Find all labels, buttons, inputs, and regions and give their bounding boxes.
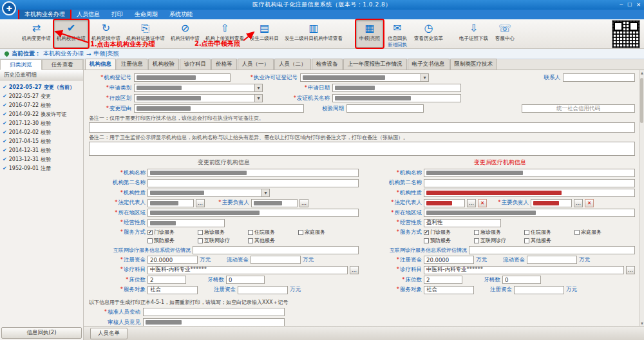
main-tab[interactable]: 价格等 [211,59,237,70]
chairs-input[interactable]: 0 [502,276,541,284]
name-input[interactable] [147,169,359,177]
kind-input[interactable] [424,189,635,197]
main-tab[interactable]: 诊疗科目 [180,59,211,70]
main-tab[interactable]: 机构校验 [148,59,179,70]
checkbox-icon[interactable] [248,230,253,235]
minimize-button[interactable]: ─ [620,0,623,10]
maximize-button[interactable]: ☐ [627,0,632,10]
internet-eval-input[interactable] [193,246,359,254]
reason-input[interactable] [134,104,304,113]
reg-no-input[interactable] [134,73,231,82]
checkbox-icon[interactable] [147,230,153,235]
service-mode-checkbox[interactable]: 家庭服务 [574,229,621,236]
service-mode-checkbox[interactable]: 预防服务 [147,237,194,244]
history-item[interactable]: ✔ 2014-09-22 换发许可证 [0,109,83,118]
main-tab[interactable]: 机构信息 [85,59,116,70]
vertical-scrollbar[interactable]: ▲ ▼ [639,70,644,326]
toolbar-button[interactable]: ✔ 机构校验申请 [54,20,88,48]
capital-input[interactable]: 20.0000 [424,256,474,264]
credit-code-input[interactable]: 统一社会信用代码 [522,104,635,113]
internet-eval-input[interactable] [469,246,635,254]
target-input[interactable]: 社会 [147,286,198,294]
service-mode-checkbox[interactable]: 其他服务 [524,237,571,244]
people-list-button[interactable]: 人员名单 [90,328,128,339]
subjects-picker-button[interactable]: … [626,266,635,274]
target-input[interactable]: 社会 [424,286,474,294]
main-tab[interactable]: 注册信息 [117,59,147,70]
chief-input[interactable] [531,199,572,207]
service-mode-checkbox[interactable]: 门诊服务 [424,229,470,236]
reg2-input[interactable] [238,286,288,294]
toolbar-button[interactable]: ⇩ 电子证照下载 [457,20,491,48]
chief-picker-button[interactable]: … [299,199,308,207]
legal-input[interactable] [147,199,194,207]
close-button[interactable]: ✕ [636,0,641,10]
service-mode-checkbox[interactable]: 互联网诊疗 [198,237,244,244]
history-item[interactable]: ✔ 2022-05-27 变更（当前） [0,82,83,91]
apply-type-select[interactable] [134,84,263,92]
reg2-input[interactable] [514,286,564,294]
area-input[interactable] [147,209,359,217]
checkbox-icon[interactable] [198,230,203,235]
service-mode-checkbox[interactable]: 住院服务 [524,229,571,236]
capital-input[interactable]: 20.0000 [147,256,198,264]
service-mode-checkbox[interactable]: 家庭服务 [298,229,345,236]
subjects-picker-button[interactable]: … [350,266,359,274]
breadcrumb-item[interactable]: 申领|亮照 [94,50,119,58]
toolbar-button[interactable]: ◷ 查看历史沿革 [412,20,446,48]
chairs-input[interactable]: 0 [226,276,265,284]
legal-picker-button[interactable]: … [467,199,476,207]
subjects-input[interactable]: 中医科-内科专业****** [424,266,624,274]
chief-picker-button[interactable]: … [574,199,583,207]
flow-input[interactable] [251,256,301,264]
contact-input[interactable] [563,73,635,82]
name2-input[interactable] [147,179,359,187]
checkbox-icon[interactable] [574,230,580,235]
scroll-down-icon[interactable]: ▼ [639,321,644,325]
checkbox-icon[interactable] [474,230,479,235]
legal-input[interactable] [424,199,465,207]
menu-item[interactable]: 生命周期 [129,10,163,19]
info-receipt-button[interactable]: 信息回执(2) [1,327,82,339]
checkbox-icon[interactable] [147,238,153,243]
service-mode-checkbox[interactable]: 住院服务 [248,229,294,236]
remark2-textarea[interactable] [89,142,635,156]
history-item[interactable]: ✔ 2014-02-02 校验 [0,128,83,137]
history-item[interactable]: ✔ 2013-12-31 校验 [0,155,83,164]
menu-item[interactable]: 人员信息 [71,10,105,19]
chief-clear-button[interactable]: ✕ [585,199,594,207]
flow-input[interactable] [527,256,577,264]
service-mode-checkbox[interactable]: 门诊服务 [147,229,194,236]
checkbox-icon[interactable] [298,230,303,235]
toolbar-button[interactable]: ▦ 申领|亮照 [356,20,383,48]
main-tab[interactable]: 检查设备 [312,59,343,70]
subjects-input[interactable]: 中医科-内科专业****** [147,266,348,274]
breadcrumb-item[interactable]: 本机构业务办理 [43,50,84,58]
menu-item[interactable]: 打印 [106,10,128,19]
nature-input[interactable]: 盈利性 [424,219,501,227]
main-tab[interactable]: 上一年度报告工作情况 [343,59,407,70]
chief-input[interactable] [251,199,298,207]
issuer-input[interactable] [332,94,461,102]
main-tab[interactable]: 人员（二） [274,59,311,70]
history-item[interactable]: ✔ 2016-07-22 校验 [0,100,83,109]
service-mode-checkbox[interactable]: 急诊服务 [474,229,520,236]
service-mode-checkbox[interactable]: 急诊服务 [198,229,244,236]
legal-clear-button[interactable]: ✕ [478,199,487,207]
history-item[interactable]: ✔ 2017-04-15 校验 [0,137,83,146]
toolbar-button[interactable]: ▤ 发生二级科目 [247,20,281,48]
service-mode-checkbox[interactable]: 互联网诊疗 [474,237,520,244]
checkbox-icon[interactable] [474,238,479,243]
history-item[interactable]: ✔ 1952-09-01 注册 [0,164,83,173]
nature-input[interactable] [147,219,225,227]
legal-picker-button[interactable]: … [196,199,205,207]
checkbox-icon[interactable] [198,238,203,243]
history-item[interactable]: ✔ 2017-12-30 校验 [0,118,83,128]
menu-item[interactable]: 本机构业务办理 [19,10,70,19]
beds-input[interactable]: 2 [424,276,462,284]
history-item[interactable]: ✔ 2014-12-31 校验 [0,146,83,155]
sidebar-tab[interactable]: 任务查看 [42,59,84,70]
review-input[interactable] [143,318,285,326]
sidebar-tab[interactable]: 归类浏览 [0,59,42,70]
cert-no-select[interactable] [300,73,429,82]
